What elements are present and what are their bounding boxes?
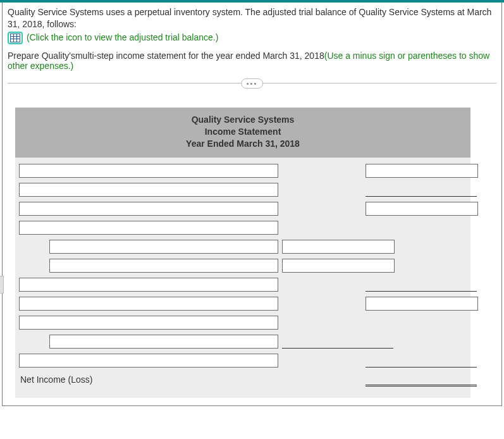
statement-period: Year Ended March 31, 2018 xyxy=(15,139,470,149)
line-3-amount[interactable] xyxy=(366,202,478,216)
line-5-label-indent[interactable] xyxy=(49,240,278,254)
trial-balance-icon-button[interactable] xyxy=(8,32,23,44)
line-6-label-indent[interactable] xyxy=(49,259,278,273)
income-statement-worksheet: Quality Service Systems Income Statement… xyxy=(15,108,470,398)
line-8-amount[interactable] xyxy=(366,297,478,311)
line-11-amount-underline[interactable] xyxy=(366,354,477,368)
line-11-label[interactable] xyxy=(19,354,278,368)
line-1-amount[interactable] xyxy=(366,164,478,178)
line-4-label[interactable] xyxy=(19,221,278,235)
line-2-amount-underline[interactable] xyxy=(366,183,477,197)
question-panel: Quality Service Systems uses a perpetual… xyxy=(2,3,502,406)
net-income-amount[interactable] xyxy=(366,373,477,386)
svg-rect-0 xyxy=(11,34,20,42)
line-9-label[interactable] xyxy=(19,316,278,330)
net-income-label: Net Income (Loss) xyxy=(19,374,278,385)
separator: ••• xyxy=(8,77,496,89)
line-6-amount-mid[interactable] xyxy=(282,259,395,273)
trial-balance-link[interactable]: (Click the icon to view the adjusted tri… xyxy=(27,32,218,42)
company-name: Quality Service Systems xyxy=(15,114,470,125)
line-7-label[interactable] xyxy=(19,278,278,292)
line-3-label[interactable] xyxy=(19,202,278,216)
question-intro: Quality Service Systems uses a perpetual… xyxy=(8,6,496,30)
line-5-amount-mid[interactable] xyxy=(282,240,395,254)
worksheet-header: Quality Service Systems Income Statement… xyxy=(15,108,470,158)
line-10-amount-underline[interactable] xyxy=(282,335,393,349)
expand-pill[interactable]: ••• xyxy=(241,78,264,89)
line-1-label[interactable] xyxy=(19,164,278,178)
line-8-label[interactable] xyxy=(19,297,278,311)
table-icon xyxy=(10,34,20,42)
statement-title: Income Statement xyxy=(15,127,470,137)
line-2-label[interactable] xyxy=(19,183,278,197)
task-instruction: Prepare Quality'smulti-step income state… xyxy=(8,51,496,71)
line-10-label-indent[interactable] xyxy=(49,335,278,349)
line-7-amount-underline[interactable] xyxy=(366,278,477,292)
side-tab[interactable] xyxy=(0,276,4,294)
